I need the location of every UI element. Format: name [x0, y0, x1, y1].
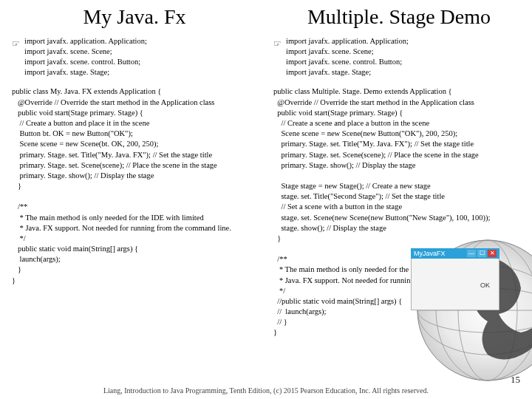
right-column: Multiple. Stage Demo ☞ import javafx. ap… [266, 0, 532, 399]
left-class-code: public class My. Java. FX extends Applic… [12, 86, 257, 285]
close-icon: ✕ [488, 250, 497, 257]
right-imports-block: ☞ import javafx. application. Applicatio… [273, 36, 525, 78]
left-imports-block: ☞ import javafx. application. Applicatio… [12, 36, 257, 78]
left-title: My Java. Fx [12, 6, 257, 29]
slide-columns: My Java. Fx ☞ import javafx. application… [0, 0, 532, 399]
javafx-window-mock: MyJavaFX — ☐ ✕ OK [411, 248, 499, 310]
minimize-icon: — [467, 250, 476, 257]
left-column: My Java. Fx ☞ import javafx. application… [0, 0, 266, 399]
bullet-icon: ☞ [12, 38, 20, 50]
window-titlebar: MyJavaFX — ☐ ✕ [411, 248, 499, 259]
right-title: Multiple. Stage Demo [273, 6, 525, 29]
left-imports-code: import javafx. application. Application;… [24, 36, 147, 78]
ok-button-mock: OK [480, 282, 490, 289]
window-controls: — ☐ ✕ [467, 250, 497, 257]
window-body: OK [411, 259, 499, 310]
bullet-icon: ☞ [273, 38, 282, 50]
maximize-icon: ☐ [477, 250, 486, 257]
footer-citation: Liang, Introduction to Java Programming,… [0, 386, 532, 395]
page-number: 15 [511, 374, 520, 386]
window-title-text: MyJavaFX [414, 250, 446, 257]
right-imports-code: import javafx. application. Application;… [286, 36, 409, 78]
